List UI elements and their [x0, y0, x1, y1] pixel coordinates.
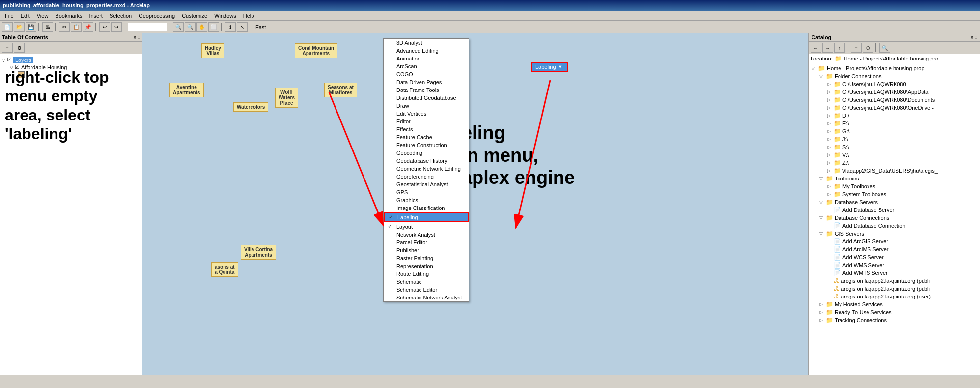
menu-item-edit[interactable]: Edit [18, 12, 33, 19]
tree-item-16[interactable]: ▷📁System Toolboxes [810, 190, 979, 198]
menu-item-customize[interactable]: Customize [179, 12, 210, 19]
toolbar-menu-item-schematic-editor[interactable]: Schematic Editor [384, 286, 469, 294]
tree-item-3[interactable]: ▷📁C:\Users\jhu.LAQWRK080\AppData [810, 88, 979, 96]
tree-item-13[interactable]: ▷📁\\laqapp2\GIS_Data\USERS\jhu\arcgis_ [810, 167, 979, 175]
toolbar-menu-item-publisher[interactable]: Publisher [384, 246, 469, 254]
toolbar-menu-item-data-frame-tools[interactable]: Data Frame Tools [384, 86, 469, 94]
toolbar-menu-item-data-driven-pages[interactable]: Data Driven Pages [384, 78, 469, 86]
tree-item-19[interactable]: ▽📁Database Connections [810, 214, 979, 222]
tree-item-24[interactable]: 📄Add WCS Server [810, 253, 979, 261]
tree-item-6[interactable]: ▷📁D:\ [810, 112, 979, 119]
catalog-up-btn[interactable]: ↑ [834, 43, 845, 53]
toolbar-menu-item-layout[interactable]: ✓Layout [384, 222, 469, 231]
tree-item-5[interactable]: ▷📁C:\Users\jhu.LAQWRK080\OneDrive - [810, 104, 979, 112]
menu-item-insert[interactable]: Insert [86, 12, 106, 19]
labeling-dropdown-btn[interactable]: Labeling ▼ [531, 62, 568, 72]
tree-item-10[interactable]: ▷📁S:\ [810, 143, 979, 151]
toolbar-menu-item-distributed-geodatabase[interactable]: Distributed Geodatabase [384, 94, 469, 102]
tree-item-17[interactable]: ▽📁Database Servers [810, 198, 979, 206]
tree-item-29[interactable]: 🖧arcgis on laqapp2.la-quinta.org (user) [810, 293, 979, 300]
new-btn[interactable]: 📄 [2, 22, 13, 32]
cut-btn[interactable]: ✂ [59, 22, 70, 32]
save-btn[interactable]: 💾 [26, 22, 36, 32]
toolbar-menu-item-3d-analyst[interactable]: 3D Analyst [384, 39, 469, 47]
menu-item-file[interactable]: File [2, 12, 17, 19]
toolbar-menu-item-geocoding[interactable]: Geocoding [384, 149, 469, 157]
tree-item-18[interactable]: 📄Add Database Server [810, 206, 979, 214]
toolbar-menu-item-schematic[interactable]: Schematic [384, 278, 469, 286]
toolbar-menu-item-image-classification[interactable]: Image Classification [384, 204, 469, 212]
tree-item-23[interactable]: 📄Add ArcIMS Server [810, 245, 979, 253]
tree-item-30[interactable]: ▷📁My Hosted Services [810, 300, 979, 308]
menu-item-bookmarks[interactable]: Bookmarks [52, 12, 85, 19]
toolbar-menu-item-georeferencing[interactable]: Georeferencing [384, 173, 469, 180]
catalog-search-btn[interactable]: 🔍 [879, 43, 890, 53]
toolbar-menu-item-draw[interactable]: Draw [384, 102, 469, 110]
toolbar-menu-item-animation[interactable]: Animation [384, 55, 469, 62]
print-btn[interactable]: 🖶 [42, 22, 53, 32]
catalog-connect-btn[interactable]: ⬡ [863, 43, 873, 53]
tree-item-20[interactable]: 📄Add Database Connection [810, 222, 979, 230]
toolbar-menu-item-editor[interactable]: Editor [384, 118, 469, 125]
toolbar-menu-item-geometric-network-editing[interactable]: Geometric Network Editing [384, 165, 469, 173]
scale-input[interactable]: 1:18,056 [128, 23, 167, 31]
tree-item-27[interactable]: 🖧arcgis on laqapp2.la-quinta.org (publi [810, 277, 979, 285]
paste-btn[interactable]: 📌 [83, 22, 93, 32]
checkbox-layers[interactable]: ☑ [7, 57, 12, 63]
copy-btn[interactable]: 📋 [71, 22, 82, 32]
toolbar-menu-item-feature-construction[interactable]: Feature Construction [384, 141, 469, 149]
menu-item-selection[interactable]: Selection [107, 12, 135, 19]
open-btn[interactable]: 📂 [14, 22, 25, 32]
menu-item-view[interactable]: View [34, 12, 52, 19]
redo-btn[interactable]: ↪ [111, 22, 122, 32]
tree-item-21[interactable]: ▽📁GIS Servers [810, 230, 979, 238]
tree-item-11[interactable]: ▷📁V:\ [810, 151, 979, 159]
toolbar-menu-item-geostatistical-analyst[interactable]: Geostatistical Analyst [384, 180, 469, 188]
catalog-view-btn[interactable]: ≡ [851, 43, 862, 53]
menu-item-windows[interactable]: Windows [211, 12, 239, 19]
toolbar-menu-item-route-editing[interactable]: Route Editing [384, 270, 469, 278]
full-extent-btn[interactable]: ⬜ [208, 22, 219, 32]
toolbar-menu-item-advanced-editing[interactable]: Advanced Editing [384, 47, 469, 55]
toolbar-menu-item-parcel-editor[interactable]: Parcel Editor [384, 239, 469, 246]
select-btn[interactable]: ↖ [237, 22, 248, 32]
tree-item-25[interactable]: 📄Add WMS Server [810, 261, 979, 269]
catalog-back-btn[interactable]: ← [811, 43, 821, 53]
toolbar-menu-item-schematic-network-analyst[interactable]: Schematic Network Analyst [384, 294, 469, 301]
identify-btn[interactable]: ℹ [225, 22, 236, 32]
toolbar-menu-item-graphics[interactable]: Graphics [384, 196, 469, 204]
tree-item-14[interactable]: ▽📁Toolboxes [810, 175, 979, 182]
tree-item-28[interactable]: 🖧arcgis on laqapp2.la-quinta.org (publi [810, 285, 979, 293]
toolbar-menu-item-feature-cache[interactable]: Feature Cache [384, 133, 469, 141]
toc-options[interactable]: ⚙ [14, 43, 25, 53]
tree-item-2[interactable]: ▷📁C:\Users\jhu.LAQWRK080 [810, 80, 979, 88]
tree-item-15[interactable]: ▷📁My Toolboxes [810, 182, 979, 190]
toolbar-menu-item-edit-vertices[interactable]: Edit Vertices [384, 110, 469, 118]
undo-btn[interactable]: ↩ [99, 22, 110, 32]
toolbar-menu-item-labeling[interactable]: ✓Labeling [384, 212, 469, 222]
toolbar-menu-item-arcscan[interactable]: ArcScan [384, 62, 469, 70]
toc-layers-group[interactable]: ▽ ☑ Layers [2, 56, 140, 63]
toolbar-menu-item-raster-painting[interactable]: Raster Painting [384, 254, 469, 262]
tree-item-7[interactable]: ▷📁E:\ [810, 119, 979, 127]
zoom-out-btn[interactable]: 🔍 [185, 22, 196, 32]
toolbar-menu-item-cogo[interactable]: COGO [384, 70, 469, 78]
toolbar-menu-item-network-analyst[interactable]: Network Analyst [384, 231, 469, 239]
catalog-forward-btn[interactable]: → [822, 43, 833, 53]
tree-item-0[interactable]: ▽📁Home - Projects\Affordable housing pro… [810, 64, 979, 72]
toolbar-menu-item-geodatabase-history[interactable]: Geodatabase History [384, 157, 469, 165]
menu-item-geoprocessing[interactable]: Geoprocessing [136, 12, 178, 19]
zoom-in-btn[interactable]: 🔍 [173, 22, 184, 32]
toc-list-view[interactable]: ≡ [2, 43, 13, 53]
tree-item-22[interactable]: 📄Add ArcGIS Server [810, 238, 979, 245]
toolbar-menu-item-gps[interactable]: GPS [384, 188, 469, 196]
toolbar-menu-item-representation[interactable]: Representation [384, 262, 469, 270]
tree-item-9[interactable]: ▷📁J:\ [810, 135, 979, 143]
pan-btn[interactable]: ✋ [196, 22, 207, 32]
map-area[interactable]: Hadley Villas Coral Mountain Apartments … [142, 33, 808, 375]
tree-item-8[interactable]: ▷📁G:\ [810, 127, 979, 135]
menu-item-help[interactable]: Help [240, 12, 257, 19]
tree-item-26[interactable]: 📄Add WMTS Server [810, 269, 979, 277]
toolbar-menu-item-effects[interactable]: Effects [384, 125, 469, 133]
tree-item-1[interactable]: ▽📁Folder Connections [810, 72, 979, 80]
